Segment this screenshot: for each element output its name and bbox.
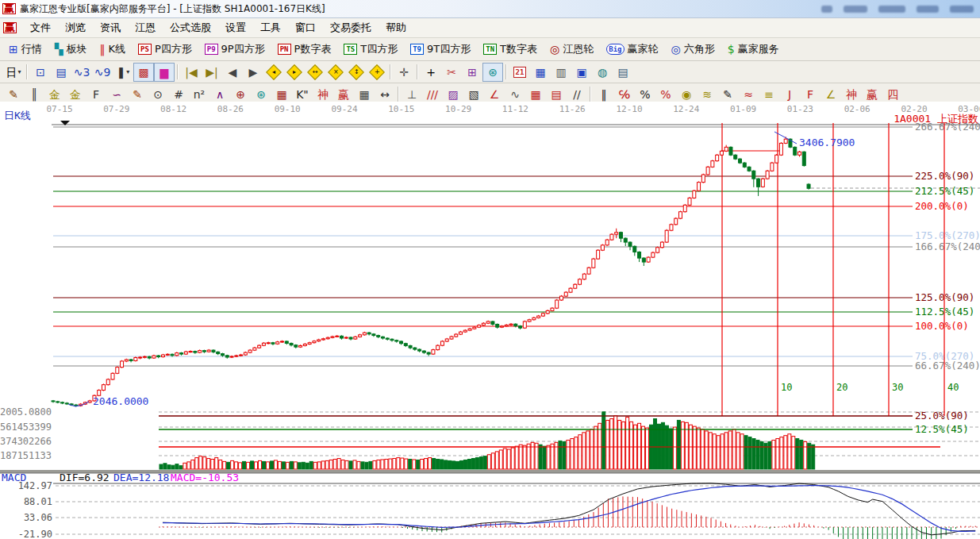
f-grid-icon[interactable]: F	[86, 85, 106, 104]
compass-icon[interactable]: ⊙	[148, 85, 168, 104]
grid-rows-icon[interactable]: ▤	[546, 85, 567, 104]
zigzag-icon-glyph: ∿	[510, 89, 520, 100]
notes-icon[interactable]: ▥	[551, 63, 571, 82]
menu-文件[interactable]: 文件	[23, 19, 58, 37]
grid-window-icon[interactable]: ⊞	[462, 63, 482, 82]
gann-wheel-button[interactable]: ◎江恩轮	[544, 40, 599, 59]
p-square-button[interactable]: PSP四方形	[133, 40, 198, 59]
menu-工具[interactable]: 工具	[253, 19, 288, 37]
candle-style-dropdown[interactable]: ❚▾	[113, 63, 133, 82]
winner-wheel-button[interactable]: Big赢家轮	[601, 40, 663, 59]
zigzag-icon[interactable]: ∿	[505, 85, 525, 104]
winner-service-button[interactable]: $赢家服务	[722, 40, 785, 59]
box-diag-purple-icon[interactable]: ▨	[443, 85, 463, 104]
h-expand-diamond-icon[interactable]: ↔	[305, 63, 325, 82]
menu-窗口[interactable]: 窗口	[288, 19, 323, 37]
quotes-button[interactable]: ⊞行情	[3, 40, 48, 59]
ying-angle-icon[interactable]: 赢	[862, 85, 882, 104]
red-wave-icon[interactable]: ≈	[738, 85, 759, 104]
hatch-lines-icon[interactable]: ║	[24, 85, 44, 104]
width-marker-icon[interactable]: ↔	[375, 85, 395, 104]
menu-设置[interactable]: 设置	[218, 19, 253, 37]
gold-gann-grid-icon[interactable]: 金	[44, 85, 65, 104]
info-doc-icon[interactable]: ▤	[51, 63, 71, 82]
h-shrink-diamond-icon[interactable]: ×	[325, 63, 346, 82]
first-bar-icon-glyph: |◀	[185, 67, 197, 78]
wave-3-icon[interactable]: ∿3	[71, 63, 92, 82]
bars-tool-icon[interactable]: ‖	[594, 85, 614, 104]
kline-button[interactable]: ‖K线	[94, 40, 132, 59]
angle-rays-icon[interactable]: ∠	[484, 85, 505, 104]
analyzer-icon[interactable]: ⊛	[482, 63, 503, 82]
brush-tool-icon[interactable]: ✎	[3, 85, 24, 104]
grid-123-icon[interactable]: ▦	[354, 85, 375, 104]
kline-chart-canvas[interactable]: 266.67%(240)225.0%(90)212.5%(45)200.0%(0…	[0, 102, 980, 539]
calendar-icon[interactable]: 21	[509, 63, 530, 82]
next-bar-icon[interactable]: ▶	[243, 63, 263, 82]
sectors-button[interactable]: ▚板块	[49, 40, 93, 59]
shen-lines-icon[interactable]: 神	[313, 85, 333, 104]
pan-right-diamond-icon[interactable]: ▸	[284, 63, 305, 82]
ying-lines-icon[interactable]: 赢	[333, 85, 354, 104]
period-day-dropdown[interactable]: 日▾	[3, 63, 24, 82]
menu-帮助[interactable]: 帮助	[379, 19, 413, 37]
t9-square-button[interactable]: T99T四方形	[405, 40, 476, 59]
gold-circle-icon[interactable]: ◉	[676, 85, 697, 104]
crosshair-icon[interactable]: +	[421, 63, 441, 82]
v-zoom-diamond-icon[interactable]: ↕	[346, 63, 367, 82]
export-web-icon[interactable]: ◍	[592, 63, 613, 82]
circle-cross-icon[interactable]: ⊕	[230, 85, 251, 104]
percent-lines-icon[interactable]: %	[655, 85, 676, 104]
pan-left-diamond-icon[interactable]: ◂	[263, 63, 284, 82]
zoom-reset-diamond-icon[interactable]: +	[367, 63, 387, 82]
menu-浏览[interactable]: 浏览	[58, 19, 93, 37]
hexagon-button[interactable]: ◎六角形	[666, 40, 721, 59]
first-bar-icon[interactable]: |◀	[181, 63, 202, 82]
parallel-lines-icon[interactable]: //	[567, 85, 587, 104]
percent-icon[interactable]: %	[635, 85, 655, 104]
si-angle-icon[interactable]: 四	[882, 85, 903, 104]
grid-diamond-icon[interactable]: ▦	[271, 85, 292, 104]
hand-tool-icon[interactable]: ✛	[394, 63, 414, 82]
gold-angle-icon[interactable]: ∠	[821, 85, 841, 104]
corner-tool-icon[interactable]: ⊥	[402, 85, 422, 104]
shen-angle-icon[interactable]: 神	[841, 85, 862, 104]
p9-square-button[interactable]: P99P四方形	[199, 40, 271, 59]
wave-9-icon[interactable]: ∿9	[92, 63, 113, 82]
window-layout-icon[interactable]: ⊡	[30, 63, 51, 82]
export-web-icon-glyph: ◍	[598, 67, 607, 78]
box-diag-dark-icon[interactable]: ▧	[463, 85, 484, 104]
pattern-box-icon[interactable]: ▩	[133, 63, 154, 82]
menu-交易委托[interactable]: 交易委托	[323, 19, 379, 37]
t-number-button[interactable]: TNT数字表	[478, 40, 543, 59]
red-grid-icon[interactable]: ▦	[525, 85, 546, 104]
arc-tool-icon[interactable]: ∽	[106, 85, 127, 104]
menu-公式选股[interactable]: 公式选股	[163, 19, 218, 37]
angle-arc-icon[interactable]: ∧	[209, 85, 230, 104]
save-icon[interactable]: ▣	[571, 63, 592, 82]
calculator-icon[interactable]: ▦	[530, 63, 551, 82]
gold-three-icon[interactable]: ≡	[759, 85, 779, 104]
prev-bar-icon[interactable]: ◀	[222, 63, 243, 82]
pen-tool-icon[interactable]: ✎	[127, 85, 148, 104]
ink-pen-icon[interactable]: ✎	[717, 85, 738, 104]
gold-gann-grid2-icon[interactable]: 金	[65, 85, 86, 104]
j-angle-icon[interactable]: J	[779, 85, 800, 104]
fan-rays-icon[interactable]: ///	[422, 85, 443, 104]
percent-wave-icon[interactable]: ℅	[614, 85, 635, 104]
cut-tool-icon[interactable]: ✂	[441, 63, 462, 82]
gold-waves-icon[interactable]: ≋	[697, 85, 717, 104]
print-icon[interactable]: ▤	[613, 63, 633, 82]
last-bar-icon[interactable]: ▶|	[202, 63, 222, 82]
p-number-button[interactable]: PNP数字表	[272, 40, 337, 59]
menu-资讯[interactable]: 资讯	[93, 19, 128, 37]
hash-lines-icon[interactable]: #	[168, 85, 189, 104]
star-circle-icon[interactable]: ⊛	[251, 85, 271, 104]
color-bars-icon[interactable]: ▆	[154, 63, 175, 82]
menu-江恩[interactable]: 江恩	[128, 19, 163, 37]
k-quote-icon[interactable]: K"	[292, 85, 313, 104]
title-bar[interactable]: 赢 赢家江恩专业版[赢家内部服务平台] - [上证指数 SH1A0001-167…	[0, 0, 980, 18]
n-square-icon[interactable]: n²	[189, 85, 209, 104]
f-angle-icon[interactable]: F	[800, 85, 821, 104]
t-square-button[interactable]: TST四方形	[338, 40, 403, 59]
